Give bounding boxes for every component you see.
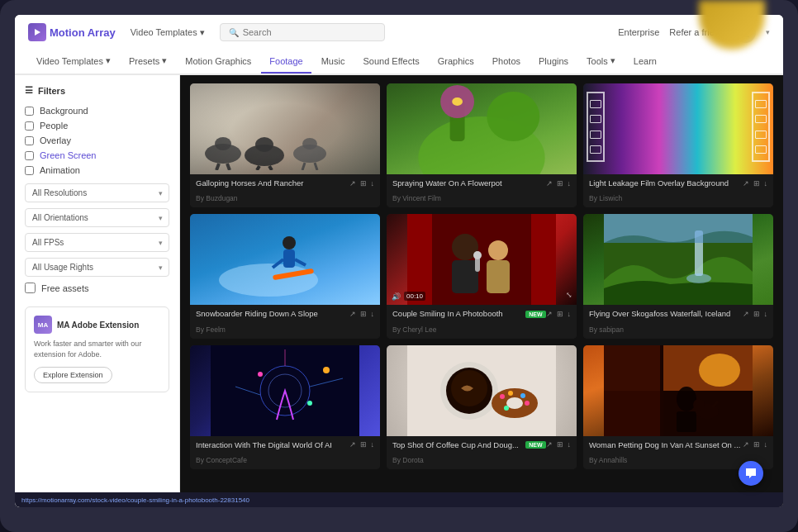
download-icon[interactable]: ↓ [764, 440, 768, 449]
extension-header: MA MA Adobe Extension [34, 316, 160, 334]
card-author: By Buzdugan [196, 194, 238, 202]
card-author: By Feelm [196, 325, 226, 334]
animation-label: Animation [40, 165, 80, 175]
svg-point-35 [686, 273, 711, 283]
search-icon: 🔍 [229, 28, 239, 37]
bookmark-icon[interactable]: ⊞ [557, 310, 563, 318]
fps-dropdown[interactable]: All FPSs [25, 233, 169, 252]
animation-checkbox[interactable] [25, 166, 34, 175]
card-actions: ↗ ⊞ ↓ [743, 310, 768, 318]
status-url: https://motionarray.com/stock-video/coup… [21, 496, 249, 504]
share-icon[interactable]: ↗ [546, 310, 553, 318]
media-card-coffee[interactable]: Top Shot Of Coffee Cup And Doug... NEW ↗… [387, 345, 577, 469]
status-bar: https://motionarray.com/stock-video/coup… [15, 492, 783, 507]
logo-area[interactable]: Motion Array [28, 23, 116, 41]
usage-rights-dropdown[interactable]: All Usage Rights [25, 258, 169, 277]
share-icon[interactable]: ↗ [546, 179, 553, 188]
nav-footage[interactable]: Footage [261, 50, 311, 74]
nav-photos[interactable]: Photos [484, 50, 529, 74]
media-info-flower: Spraying Water On A Flowerpot ↗ ⊞ ↓ By V… [387, 174, 577, 207]
chat-bubble-button[interactable] [739, 461, 763, 486]
filter-overlay: Overlay [25, 135, 169, 145]
people-checkbox[interactable] [25, 121, 34, 131]
bookmark-icon[interactable]: ⊞ [360, 440, 367, 449]
media-card-snowboard[interactable]: Snowboarder Riding Down A Slope ↗ ⊞ ↓ By… [190, 214, 380, 338]
orientation-dropdown[interactable]: All Orientations [25, 208, 169, 227]
thumbnail-couple: 🔊 00:10 ⤡ [387, 214, 577, 305]
share-icon[interactable]: ↗ [546, 440, 553, 449]
nav-tools[interactable]: Tools▾ [578, 50, 624, 74]
thumbnail-horses [190, 83, 380, 174]
download-icon[interactable]: ↓ [764, 310, 768, 318]
nav-video-templates[interactable]: Video Templates▾ [28, 50, 119, 74]
explore-extension-button[interactable]: Explore Extension [34, 367, 112, 383]
media-card-flower[interactable]: Spraying Water On A Flowerpot ↗ ⊞ ↓ By V… [387, 83, 577, 207]
svg-point-5 [245, 145, 284, 166]
share-icon[interactable]: ↗ [743, 179, 749, 188]
media-card-van[interactable]: Woman Petting Dog In Van At Sunset On ..… [583, 345, 773, 469]
bookmark-icon[interactable]: ⊞ [557, 440, 563, 449]
download-icon[interactable]: ↓ [764, 179, 768, 188]
share-icon[interactable]: ↗ [349, 310, 356, 318]
nav-learn[interactable]: Learn [625, 50, 665, 74]
share-icon[interactable]: ↗ [349, 179, 356, 188]
background-checkbox[interactable] [25, 107, 34, 116]
orientation-dropdown-wrapper: All Orientations ▾ [25, 208, 169, 227]
download-icon[interactable]: ↓ [371, 179, 375, 188]
free-assets-label: Free assets [41, 283, 88, 293]
svg-point-19 [283, 236, 296, 249]
overlay-checkbox[interactable] [25, 136, 34, 145]
search-input[interactable] [243, 27, 376, 37]
video-templates-dropdown[interactable]: Video Templates ▾ [126, 25, 210, 40]
svg-line-11 [302, 163, 305, 170]
svg-point-51 [506, 397, 523, 409]
green-screen-checkbox[interactable] [25, 151, 34, 160]
video-time: 00:10 [404, 292, 425, 301]
bookmark-icon[interactable]: ⊞ [360, 310, 367, 318]
svg-point-53 [508, 391, 513, 396]
free-assets-checkbox[interactable] [25, 283, 36, 293]
filter-checkboxes: Background People Overlay Green Scr [25, 106, 169, 175]
svg-point-32 [473, 251, 482, 259]
fps-dropdown-wrapper: All FPSs ▾ [25, 233, 169, 252]
media-card-horses[interactable]: Galloping Horses And Rancher ↗ ⊞ ↓ By Bu… [190, 83, 380, 207]
svg-rect-28 [452, 260, 478, 293]
svg-rect-20 [283, 249, 295, 268]
media-info-horses: Galloping Horses And Rancher ↗ ⊞ ↓ By Bu… [190, 174, 380, 207]
download-icon[interactable]: ↓ [568, 440, 572, 449]
media-card-light-leak[interactable]: Light Leakage Film Overlay Background ↗ … [583, 83, 773, 207]
svg-line-12 [315, 163, 317, 170]
enterprise-button[interactable]: Enterprise [618, 27, 659, 37]
nav-sound-effects[interactable]: Sound Effects [354, 50, 427, 74]
nav-motion-graphics[interactable]: Motion Graphics [177, 50, 259, 74]
bookmark-icon[interactable]: ⊞ [753, 310, 760, 318]
bookmark-icon[interactable]: ⊞ [753, 179, 760, 188]
download-icon[interactable]: ↓ [371, 440, 375, 449]
bookmark-icon[interactable]: ⊞ [360, 179, 367, 188]
logo-text: Motion Array [50, 26, 116, 39]
share-icon[interactable]: ↗ [743, 310, 749, 318]
card-title: Flying Over Skogafoss Waterfall, Iceland [589, 309, 743, 318]
download-icon[interactable]: ↓ [568, 310, 572, 318]
nav-graphics[interactable]: Graphics [430, 50, 482, 74]
bookmark-icon[interactable]: ⊞ [557, 179, 563, 188]
search-bar[interactable]: 🔍 [220, 23, 385, 41]
nav-presets[interactable]: Presets▾ [121, 50, 175, 74]
download-icon[interactable]: ↓ [568, 179, 572, 188]
overlay-label: Overlay [40, 135, 71, 145]
nav-plugins[interactable]: Plugins [530, 50, 577, 74]
media-card-waterfall[interactable]: Flying Over Skogafoss Waterfall, Iceland… [583, 214, 773, 338]
media-card-ai[interactable]: Interaction With The Digital World Of AI… [190, 345, 380, 469]
share-icon[interactable]: ↗ [743, 440, 749, 449]
card-actions: ↗ ⊞ ↓ [743, 440, 768, 449]
card-actions: ↗ ⊞ ↓ [349, 440, 375, 449]
resolution-dropdown[interactable]: All Resolutions [25, 183, 169, 202]
bookmark-icon[interactable]: ⊞ [753, 440, 760, 449]
thumbnail-flower [387, 83, 577, 174]
share-icon[interactable]: ↗ [349, 440, 356, 449]
download-icon[interactable]: ↓ [371, 310, 375, 318]
media-card-couple[interactable]: 🔊 00:10 ⤡ Couple Smiling In A [387, 214, 577, 338]
nav-music[interactable]: Music [313, 50, 354, 74]
card-author: By Vincent Film [392, 194, 441, 202]
card-author: By Liswich [589, 194, 622, 202]
